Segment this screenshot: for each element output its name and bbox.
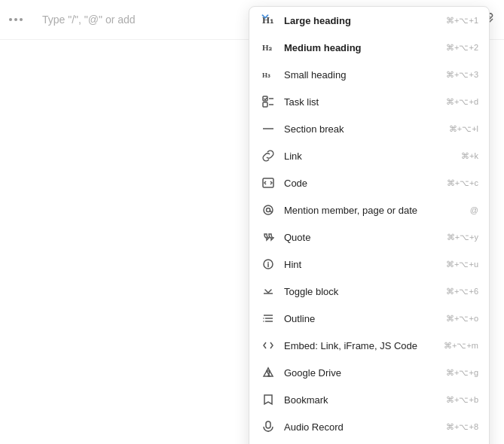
large-heading-label: Large heading xyxy=(284,15,440,26)
menu-item-link[interactable]: Link ⌘+k xyxy=(249,142,489,169)
menu-item-large-heading[interactable]: H₁ Large heading ⌘+⌥+1 xyxy=(249,7,489,34)
quote-icon xyxy=(260,229,276,245)
google-drive-label: Google Drive xyxy=(284,367,440,379)
hint-label: Hint xyxy=(284,259,440,270)
dropdown-arrow xyxy=(259,11,271,26)
bookmark-shortcut: ⌘+⌥+b xyxy=(446,395,478,405)
menu-item-task-list[interactable]: Task list ⌘+⌥+d xyxy=(249,88,489,115)
task-list-label: Task list xyxy=(284,96,440,108)
section-break-icon xyxy=(260,120,276,137)
bookmark-label: Bookmark xyxy=(284,394,440,406)
mention-label: Mention member, page or date xyxy=(284,205,464,216)
code-icon xyxy=(260,175,276,191)
svg-text:H₂: H₂ xyxy=(262,43,273,52)
dot3 xyxy=(20,18,23,21)
medium-heading-shortcut: ⌘+⌥+2 xyxy=(446,43,478,53)
toggle-block-icon xyxy=(260,283,276,300)
audio-record-icon xyxy=(260,418,276,435)
menu-item-section-break[interactable]: Section break ⌘+⌥+l xyxy=(249,115,489,142)
google-drive-shortcut: ⌘+⌥+g xyxy=(446,368,478,378)
small-heading-label: Small heading xyxy=(284,69,440,81)
task-list-shortcut: ⌘+⌥+d xyxy=(446,97,478,107)
menu-item-quote[interactable]: Quote ⌘+⌥+y xyxy=(249,224,489,251)
svg-text:H₃: H₃ xyxy=(262,71,270,79)
link-label: Link xyxy=(284,151,455,162)
menu-item-audio-record[interactable]: Audio Record ⌘+⌥+8 xyxy=(249,413,489,440)
menu-item-google-drive[interactable]: Google Drive ⌘+⌥+g xyxy=(249,359,489,386)
hint-icon xyxy=(260,256,276,272)
google-drive-icon xyxy=(260,364,276,381)
toolbar-dots[interactable] xyxy=(9,18,23,21)
hint-shortcut: ⌘+⌥+u xyxy=(446,260,478,269)
large-heading-shortcut: ⌘+⌥+1 xyxy=(446,16,478,26)
outline-shortcut: ⌘+⌥+o xyxy=(446,314,478,324)
embed-icon xyxy=(260,337,276,354)
medium-heading-label: Medium heading xyxy=(284,42,440,53)
small-heading-icon: H₃ xyxy=(260,66,276,83)
menu-item-embed[interactable]: Embed: Link, iFrame, JS Code ⌘+⌥+m xyxy=(249,332,489,359)
small-heading-shortcut: ⌘+⌥+3 xyxy=(446,70,478,80)
section-break-label: Section break xyxy=(284,123,443,135)
svg-rect-24 xyxy=(263,102,267,107)
menu-item-mention[interactable]: Mention member, page or date @ xyxy=(249,196,489,224)
svg-point-36 xyxy=(263,321,264,322)
svg-point-28 xyxy=(264,205,273,214)
bookmark-icon xyxy=(260,391,276,408)
dot1 xyxy=(9,18,12,21)
link-icon xyxy=(260,147,276,164)
toggle-block-label: Toggle block xyxy=(284,286,440,297)
menu-item-medium-heading[interactable]: H₂ Medium heading ⌘+⌥+2 xyxy=(249,34,489,61)
dropdown-menu: H₁ Large heading ⌘+⌥+1 H₂ Medium heading… xyxy=(249,6,490,444)
dot2 xyxy=(14,18,17,21)
code-shortcut: ⌘+⌥+c xyxy=(447,178,478,188)
embed-shortcut: ⌘+⌥+m xyxy=(444,341,478,351)
quote-label: Quote xyxy=(284,232,441,243)
section-break-shortcut: ⌘+⌥+l xyxy=(449,124,478,134)
menu-item-video-record[interactable]: Video Record ⌘+⌥+9 xyxy=(249,440,489,444)
menu-item-small-heading[interactable]: H₃ Small heading ⌘+⌥+3 xyxy=(249,61,489,88)
audio-record-shortcut: ⌘+⌥+8 xyxy=(446,422,478,432)
menu-item-bookmark[interactable]: Bookmark ⌘+⌥+b xyxy=(249,386,489,413)
menu-item-hint[interactable]: Hint ⌘+⌥+u xyxy=(249,251,489,278)
outline-label: Outline xyxy=(284,313,440,324)
menu-item-outline[interactable]: Outline ⌘+⌥+o xyxy=(249,305,489,332)
outline-icon xyxy=(260,310,276,327)
quote-shortcut: ⌘+⌥+y xyxy=(447,233,478,242)
mention-icon xyxy=(260,202,276,218)
mention-shortcut: @ xyxy=(470,205,478,214)
svg-point-35 xyxy=(263,318,264,319)
audio-record-label: Audio Record xyxy=(284,421,440,433)
svg-rect-37 xyxy=(266,421,270,428)
task-list-icon xyxy=(260,93,276,110)
menu-item-toggle-block[interactable]: Toggle block ⌘+⌥+6 xyxy=(249,278,489,305)
toggle-block-shortcut: ⌘+⌥+6 xyxy=(446,287,478,297)
embed-label: Embed: Link, iFrame, JS Code xyxy=(284,340,438,351)
link-shortcut: ⌘+k xyxy=(461,151,478,161)
code-label: Code xyxy=(284,178,441,189)
editor-placeholder[interactable]: Type "/", "@" or add xyxy=(30,6,148,33)
menu-item-code[interactable]: Code ⌘+⌥+c xyxy=(249,169,489,196)
medium-heading-icon: H₂ xyxy=(260,39,276,56)
